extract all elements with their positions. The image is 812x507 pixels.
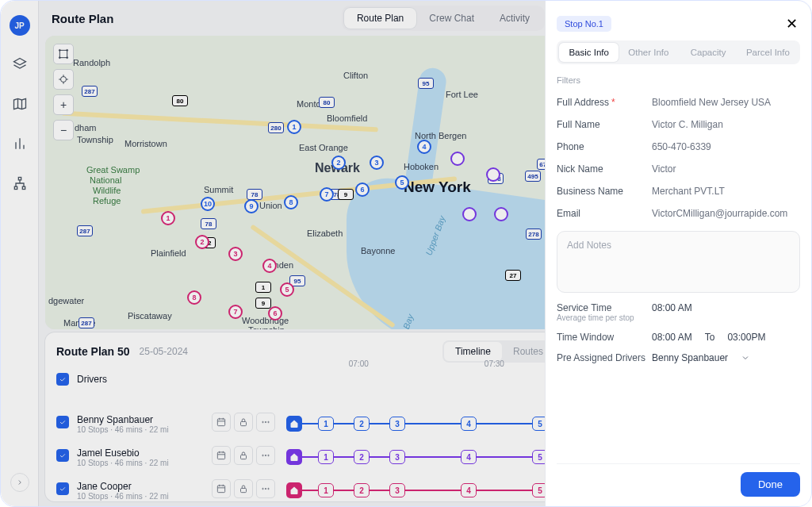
timeline-stop[interactable]: 1 xyxy=(318,450,334,464)
svg-marker-1 xyxy=(13,98,25,109)
info-value[interactable]: Victor C. Milligan xyxy=(652,119,800,130)
map-label: Randolph xyxy=(73,58,110,67)
more-icon[interactable] xyxy=(256,479,275,498)
map-label: Hoboken xyxy=(404,162,439,171)
timeline-stop[interactable]: 4 xyxy=(461,450,477,464)
map-label: Morristown xyxy=(124,139,167,148)
map-stop-pin[interactable]: 7 xyxy=(320,187,334,202)
layers-icon[interactable] xyxy=(6,53,33,75)
map-locate-button[interactable] xyxy=(53,69,74,90)
map-stop-pin[interactable]: 4 xyxy=(417,140,431,154)
timeline-stop[interactable]: 3 xyxy=(389,483,405,497)
svg-point-41 xyxy=(262,488,263,489)
map-icon[interactable] xyxy=(6,93,33,115)
tab-basic-info[interactable]: Basic Info xyxy=(559,43,619,62)
home-icon[interactable] xyxy=(286,416,302,432)
notes-input[interactable] xyxy=(557,231,800,293)
map-label: East Orange xyxy=(299,143,348,152)
svg-point-34 xyxy=(265,455,266,455)
map-stop-pin[interactable]: 4 xyxy=(262,259,277,273)
tab-timeline[interactable]: Timeline xyxy=(444,342,502,361)
info-row: Full Address*Bloomfield New Jersey USA xyxy=(557,91,800,113)
info-value[interactable]: Merchant PVT.LT xyxy=(652,186,800,197)
calendar-icon[interactable] xyxy=(212,446,231,465)
map-stop-pin[interactable] xyxy=(462,207,477,221)
map-select-tool[interactable] xyxy=(53,44,74,64)
route-shield: 278 xyxy=(526,229,542,240)
more-icon[interactable] xyxy=(256,413,275,432)
map-stop-pin[interactable] xyxy=(450,152,465,166)
tab-other-info[interactable]: Other Info xyxy=(619,43,678,62)
driver-info: Jane Cooper 10 Stops · 46 mins · 22 mi xyxy=(56,481,191,501)
header-tab-route-plan[interactable]: Route Plan xyxy=(344,8,416,29)
expand-sidebar-button[interactable] xyxy=(10,473,29,492)
calendar-icon[interactable] xyxy=(212,479,231,498)
info-row: EmailVictorCMilligan@jourrapide.com xyxy=(557,202,800,225)
timeline-stop[interactable]: 2 xyxy=(354,450,370,464)
map-stop-pin[interactable]: 7 xyxy=(228,305,243,319)
map-stop-pin[interactable]: 10 xyxy=(201,197,215,211)
info-value[interactable]: Bloomfield New Jersey USA xyxy=(652,97,800,108)
map-stop-pin[interactable] xyxy=(494,207,508,221)
map-stop-pin[interactable]: 5 xyxy=(395,175,409,190)
all-drivers-checkbox[interactable] xyxy=(56,373,69,386)
home-icon[interactable] xyxy=(286,449,302,465)
stop-detail-panel: Stop No.1 ✕ Basic Info Other Info Capaci… xyxy=(545,1,811,507)
map-stop-pin[interactable] xyxy=(486,167,500,182)
lock-icon[interactable] xyxy=(234,413,253,432)
map-stop-pin[interactable]: 3 xyxy=(370,156,384,170)
timeline-stop[interactable]: 3 xyxy=(389,417,405,431)
info-row: Nick NameVictor xyxy=(557,158,800,180)
map-stop-pin[interactable]: 3 xyxy=(228,247,243,261)
tab-parcel-info[interactable]: Parcel Info xyxy=(738,43,798,62)
svg-rect-10 xyxy=(59,50,67,57)
map-stop-pin[interactable]: 9 xyxy=(244,199,259,213)
map-zoom-in[interactable]: + xyxy=(53,94,74,115)
info-value[interactable]: Victor xyxy=(652,163,800,175)
driver-sub: 10 Stops · 46 mins · 22 mi xyxy=(77,492,191,501)
info-row: Full NameVictor C. Milligan xyxy=(557,113,800,136)
org-icon[interactable] xyxy=(6,172,33,194)
map-label: Summit xyxy=(204,185,233,194)
more-icon[interactable] xyxy=(256,446,275,465)
timeline-stop[interactable]: 1 xyxy=(318,417,334,431)
info-value[interactable]: 650-470-6339 xyxy=(652,141,800,152)
calendar-icon[interactable] xyxy=(212,413,231,432)
header-tab-crew-chat[interactable]: Crew Chat xyxy=(416,8,487,29)
map-stop-pin[interactable]: 2 xyxy=(331,156,346,170)
info-label: Full Address* xyxy=(557,97,652,108)
timeline-stop[interactable]: 4 xyxy=(461,417,477,431)
timeline-stop[interactable]: 4 xyxy=(461,483,477,497)
lock-icon[interactable] xyxy=(234,446,253,465)
timeline-stop[interactable]: 2 xyxy=(354,483,370,497)
map-stop-pin[interactable]: 1 xyxy=(287,120,301,134)
map-stop-pin[interactable]: 8 xyxy=(187,290,201,305)
timeline-stop[interactable]: 2 xyxy=(354,417,370,431)
info-label: Email xyxy=(557,208,652,219)
map-stop-pin[interactable]: 5 xyxy=(280,282,294,297)
panel-tabs: Basic Info Other Info Capacity Parcel In… xyxy=(557,40,800,64)
user-avatar[interactable]: JP xyxy=(10,15,30,36)
timeline-stop[interactable]: 3 xyxy=(389,450,405,464)
tab-capacity[interactable]: Capacity xyxy=(679,43,738,62)
lock-icon[interactable] xyxy=(234,479,253,498)
map-zoom-out[interactable]: − xyxy=(53,120,74,140)
timeline-stop[interactable]: 1 xyxy=(318,483,334,497)
svg-rect-9 xyxy=(22,186,25,189)
map-label: Elizabeth xyxy=(307,229,343,238)
map-label: Plainfield xyxy=(151,248,186,258)
map-stop-pin[interactable]: 2 xyxy=(195,235,209,249)
driver-name: Benny Spanbauer xyxy=(77,414,191,425)
info-value[interactable]: VictorCMilligan@jourrapide.com xyxy=(652,208,800,219)
home-icon[interactable] xyxy=(286,482,302,498)
header-tab-activity[interactable]: Activity xyxy=(487,8,542,29)
map-stop-pin[interactable]: 6 xyxy=(355,182,370,197)
map-stop-pin[interactable]: 1 xyxy=(161,211,175,225)
close-icon[interactable]: ✕ xyxy=(783,15,800,33)
map-label: Great Swamp xyxy=(86,165,140,175)
done-button[interactable]: Done xyxy=(741,472,800,497)
map-stop-pin[interactable]: 6 xyxy=(268,306,282,321)
pre-assigned-dropdown[interactable]: Benny Spanbauer xyxy=(652,352,800,363)
map-stop-pin[interactable]: 8 xyxy=(284,195,298,209)
chart-icon[interactable] xyxy=(6,133,33,155)
